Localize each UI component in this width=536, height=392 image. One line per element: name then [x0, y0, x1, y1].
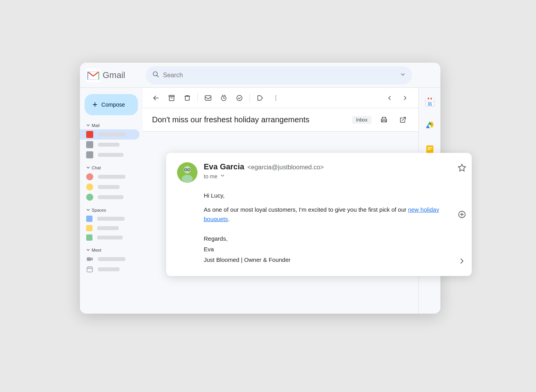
svg-rect-6	[87, 267, 92, 272]
calendar-small-icon	[86, 266, 93, 273]
video-icon	[86, 256, 93, 263]
toolbar-divider2	[250, 93, 250, 103]
sidebar-item-chat1[interactable]	[80, 172, 139, 182]
meet-chevron-icon	[86, 248, 90, 252]
search-input[interactable]	[163, 72, 396, 79]
svg-rect-27	[428, 98, 429, 100]
svg-line-4	[157, 75, 158, 77]
svg-rect-14	[205, 96, 211, 100]
back-button[interactable]	[149, 91, 163, 105]
snoozed-label	[98, 153, 123, 157]
sender-info: Eva Garcia <egarcia@justbloomed.co> to m…	[204, 162, 461, 180]
chat2-label	[98, 185, 120, 189]
add-task-button[interactable]	[455, 207, 469, 221]
expand-button[interactable]	[455, 254, 469, 268]
meet-items	[80, 253, 143, 275]
to-label: to me	[204, 173, 217, 180]
email-icon-button[interactable]	[201, 91, 215, 105]
logo-area: Gmail	[86, 68, 141, 82]
mail-items	[80, 129, 143, 161]
sender-email: <egarcia@justbloomed.co>	[247, 164, 324, 171]
inbox-badge[interactable]: Inbox	[352, 116, 371, 124]
sidebar: + Compose Mail	[80, 88, 143, 314]
email-subject-row: Don't miss our freshest holiday arrangem…	[143, 108, 418, 132]
spaces-label: Spaces	[92, 208, 106, 212]
gmail-logo-icon	[86, 68, 100, 82]
email-subject: Don't miss our freshest holiday arrangem…	[152, 115, 346, 124]
search-icon	[152, 71, 159, 80]
svg-rect-31	[427, 149, 431, 150]
svg-rect-11	[169, 96, 174, 101]
sidebar-item-snoozed[interactable]	[80, 150, 139, 160]
svg-rect-28	[431, 98, 432, 100]
mail-chevron-icon	[86, 123, 90, 127]
chat3-icon	[86, 194, 93, 201]
chat-section-label: Chat	[80, 164, 143, 171]
header: Gmail	[80, 63, 440, 88]
svg-line-16	[222, 95, 223, 96]
email-card: Eva Garcia <egarcia@justbloomed.co> to m…	[166, 153, 472, 276]
signature-company: Just Bloomed | Owner & Founder	[204, 254, 461, 265]
sidebar-item-chat2[interactable]	[80, 182, 139, 192]
google-calendar-icon: 31	[424, 96, 435, 107]
sidebar-item-inbox[interactable]	[80, 129, 139, 140]
label-button[interactable]	[253, 91, 267, 105]
chat1-label	[98, 175, 125, 179]
svg-point-18	[237, 95, 242, 101]
to-row: to me	[204, 173, 461, 180]
gcal-icon-button[interactable]: 31	[422, 94, 438, 110]
compose-button[interactable]: + Compose	[85, 94, 138, 115]
email-paragraph-text: As one of our most loyal customers, I'm …	[204, 206, 406, 213]
email-card-actions	[452, 153, 472, 276]
svg-point-21	[275, 100, 276, 100]
more-button[interactable]	[269, 91, 283, 105]
chat-items	[80, 171, 143, 203]
spaces-items	[80, 213, 143, 243]
open-in-new-button[interactable]	[397, 114, 409, 126]
delete-button[interactable]	[180, 91, 194, 105]
meet-section-label: Meet	[80, 246, 143, 253]
sidebar-item-space2[interactable]	[80, 223, 139, 233]
task-button[interactable]	[232, 91, 246, 105]
sidebar-item-starred[interactable]	[80, 140, 139, 150]
inbox-label	[98, 132, 125, 136]
space3-icon	[86, 234, 92, 241]
starred-label	[98, 143, 120, 147]
sidebar-item-meet-video[interactable]	[80, 254, 139, 264]
to-chevron-icon[interactable]	[220, 173, 225, 180]
avatar	[177, 162, 197, 183]
svg-text:31: 31	[427, 102, 432, 106]
prev-email-button[interactable]	[382, 91, 397, 105]
search-bar[interactable]	[146, 66, 412, 84]
gdrive-icon-button[interactable]	[422, 118, 438, 133]
space1-label	[97, 217, 125, 221]
toolbar	[143, 88, 418, 108]
sidebar-item-chat3[interactable]	[80, 192, 139, 202]
space3-label	[97, 236, 123, 240]
sidebar-item-meet-cal[interactable]	[80, 264, 139, 274]
snooze-button[interactable]	[217, 91, 231, 105]
archive-button[interactable]	[165, 91, 179, 105]
regards-text: Regards,	[204, 233, 461, 244]
email-greeting: Hi Lucy,	[204, 192, 461, 199]
sender-name-row: Eva Garcia <egarcia@justbloomed.co>	[204, 162, 461, 171]
next-email-button[interactable]	[398, 91, 412, 105]
space2-label	[97, 226, 119, 230]
email-paragraph-end: .	[228, 216, 230, 222]
inbox-icon	[86, 131, 93, 138]
google-drive-icon	[424, 120, 435, 131]
print-button[interactable]	[378, 114, 390, 126]
star-email-button[interactable]	[455, 161, 469, 175]
sidebar-item-space3[interactable]	[80, 233, 139, 242]
meet-cal-label	[98, 267, 120, 271]
search-dropdown-icon[interactable]	[400, 71, 406, 79]
svg-rect-24	[426, 98, 434, 101]
svg-point-19	[275, 95, 276, 96]
sidebar-item-space1[interactable]	[80, 214, 139, 223]
signature-name: Eva	[204, 244, 461, 254]
sender-name: Eva Garcia	[204, 162, 244, 171]
svg-point-20	[275, 97, 276, 98]
chat2-icon	[86, 183, 93, 191]
toolbar-divider1	[197, 93, 198, 103]
chat1-icon	[86, 173, 93, 180]
